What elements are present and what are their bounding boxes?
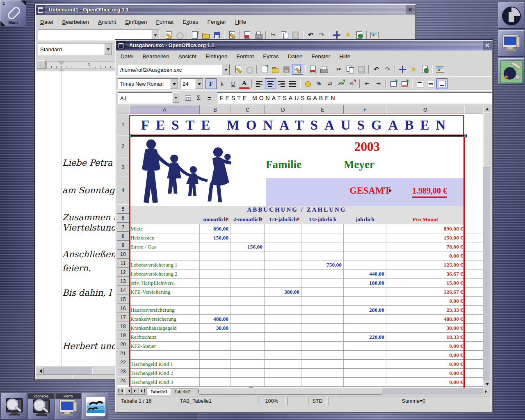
cell-extra-10[interactable] [464,251,483,260]
cell-F17[interactable] [344,315,386,323]
row-header-7[interactable]: 7 [117,223,129,232]
close-button[interactable]: × [483,41,492,50]
paragraph-style-combobox[interactable]: Standard [38,43,112,55]
cell-G11[interactable]: 125,00 € [386,260,464,269]
menu-format[interactable]: Format [151,19,178,25]
sheet-tab-tabelle2[interactable]: Tabelle2 [170,388,194,395]
cell-C18[interactable] [231,324,265,332]
currency-format-button[interactable] [302,78,313,89]
status-selection-mode[interactable]: STD [308,397,327,405]
combo-dropdown-button[interactable] [222,64,230,75]
workspace-clip[interactable]: 1 Main [0,0,26,26]
stylist-button[interactable] [408,64,419,75]
cell-G21[interactable]: 0,00 € [386,351,464,359]
cell-E10[interactable] [301,251,344,260]
cell-F14[interactable] [344,288,386,296]
edit-document-button[interactable] [226,30,237,40]
prev-sheet-button[interactable] [124,387,132,395]
cell-G17[interactable]: 488,00 € [386,315,464,323]
cell-C7[interactable] [231,224,265,233]
menu-datei[interactable]: Datei [36,19,58,25]
dock-item-graphics[interactable] [498,58,524,84]
cell-extra-7[interactable] [464,224,483,233]
cell-B7[interactable]: 890,00 [200,224,231,233]
cell-G20[interactable]: 0,00 € [386,342,464,350]
cell-C16[interactable] [231,306,265,314]
cell-B10[interactable] [200,251,231,260]
cell-extra-20[interactable] [464,342,483,350]
row-header-21[interactable]: 21 [117,349,129,358]
cell-A18[interactable]: Krankenhaustagegeld [129,324,200,332]
hyperlink-button[interactable] [419,64,430,75]
cell-E21[interactable] [301,351,344,359]
menu-hilfe[interactable]: Hilfe [231,19,251,25]
cell-D9[interactable] [265,242,301,251]
new-document-button[interactable] [259,64,270,75]
cell-G23[interactable]: 0,00 € [386,369,464,377]
close-button[interactable]: × [406,5,415,14]
stop-button[interactable] [244,64,255,75]
scrollbar-thumb[interactable] [199,388,382,395]
cell-D24[interactable] [265,378,301,386]
cell-C19[interactable] [231,333,265,341]
status-zoom[interactable]: 100% [258,397,285,405]
cell-A23[interactable]: Taschengeld Kind 2 [129,369,200,377]
cell-A12[interactable]: Lebensversicherung 2 [129,269,200,278]
cell-E16[interactable] [301,306,344,314]
align-vcenter-button[interactable] [425,78,436,89]
cell-C22[interactable] [231,360,265,368]
font-name-combobox[interactable]: Times New Roman [118,78,178,89]
column-header-extra[interactable] [464,105,483,114]
undo-button[interactable]: ↶ [371,64,382,75]
cell-A17[interactable]: Krankenversicherung [129,315,200,323]
cell-C8[interactable] [231,233,265,242]
cell-A10[interactable] [129,251,200,260]
cell-reference-box[interactable]: A1 [118,92,173,104]
combo-dropdown-button[interactable] [195,79,203,89]
cut-button[interactable]: ✂ [333,64,345,75]
cell-E19[interactable] [301,333,344,341]
align-right-button[interactable] [276,78,287,89]
cell-G22[interactable]: 0,00 € [386,360,464,368]
row-header-1[interactable]: 1 [117,114,129,135]
cell-B14[interactable] [200,288,231,296]
cell-D20[interactable] [265,342,301,350]
cell-F23[interactable] [344,369,386,377]
cell-A8[interactable]: Heizkosten [129,233,200,242]
cell-B9[interactable] [200,242,231,251]
cell-B11[interactable] [200,260,231,269]
dock-item-wmaker[interactable] [498,2,524,29]
cell-B22[interactable] [200,360,231,368]
menu-bearbeiten[interactable]: Bearbeiten [58,19,94,25]
next-sheet-button[interactable] [132,387,139,395]
row-header-23[interactable]: 23 [117,367,129,376]
increase-indent-button[interactable]: ⇥ [373,78,384,89]
save-button[interactable] [211,30,222,40]
paste-button[interactable] [290,30,301,40]
cell-F9[interactable] [344,242,386,251]
cell-B23[interactable] [200,369,231,377]
cell-D14[interactable]: 380,00 [265,288,301,296]
cell-F12[interactable]: 440,00 [344,269,386,278]
cell-D8[interactable] [265,233,301,242]
cell-E24[interactable] [301,378,344,386]
font-size-combobox[interactable]: 24 [180,78,203,89]
cell-C14[interactable] [231,288,265,296]
hyperlink-button[interactable] [354,30,365,40]
name-box-dropdown-button[interactable] [172,92,179,103]
row-header-18[interactable]: 18 [117,322,129,331]
cell-C11[interactable] [231,260,265,269]
row-header-10[interactable]: 10 [117,250,129,259]
ruler-tab-selector[interactable]: ⌐ [37,60,46,69]
cell-F22[interactable] [344,360,386,368]
cell-E11[interactable]: 750,00 [301,260,344,269]
cell-B20[interactable] [200,342,231,350]
undo-button[interactable]: ↶ [305,30,316,40]
column-header-F[interactable]: F [344,105,386,114]
edit-document-button[interactable] [292,64,303,75]
cell-G16[interactable]: 23,33 € [386,306,464,314]
menu-fenster[interactable]: Fenster [203,19,231,25]
cell-F13[interactable]: 180,00 [344,278,386,287]
add-decimal-button[interactable]: ,000 [336,78,347,89]
writer-url-combobox[interactable] [38,30,160,41]
